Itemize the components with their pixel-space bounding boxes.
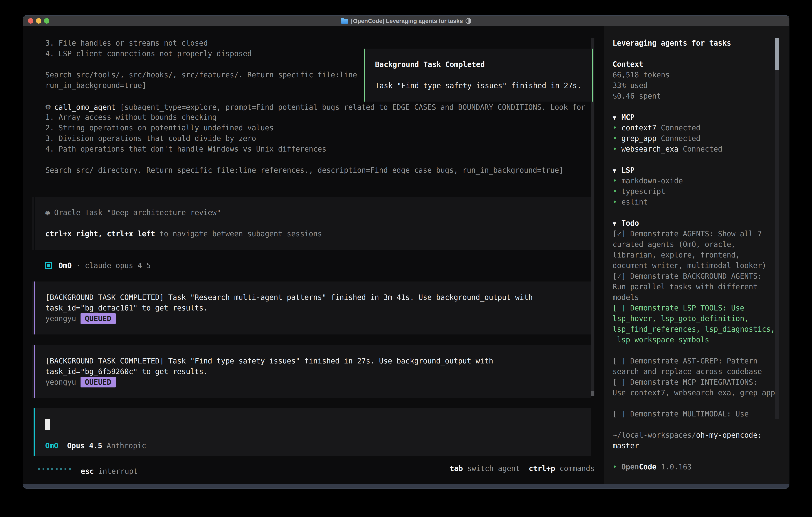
text-segment: grep_app — [617, 134, 657, 143]
text-segment: LSP — [617, 166, 635, 174]
bullet-icon: • — [613, 198, 617, 206]
status-bar-right: tab switch agent ctrl+p commands — [450, 463, 594, 474]
sidebar-row: lsp_hover, lsp_goto_definition, — [613, 313, 749, 324]
text-segment: Code — [639, 463, 657, 471]
text-segment: [✓] Demonstrate BACKGROUND AGENTS: — [613, 272, 762, 280]
text-segment: switch agent — [463, 464, 529, 473]
text-segment: yeongyu — [46, 314, 81, 323]
sidebar-row: [ ] Demonstrate LSP TOOLS: Use — [613, 303, 744, 313]
gear-icon: ⚙ — [46, 101, 54, 112]
text-segment: 1.0.163 — [657, 463, 692, 471]
text-segment: interrupt — [94, 467, 138, 475]
text-segment: · claude-opus-4-5 — [72, 261, 151, 270]
text-segment: to navigate between subagent sessions — [155, 229, 322, 238]
transcript-row: OmO · claude-opus-4-5 — [46, 260, 151, 271]
transcript-row: ctrl+x right, ctrl+x left to navigate be… — [46, 228, 322, 239]
agent-checkbox-icon — [46, 262, 52, 269]
collapse-triangle-icon: ▼ — [613, 165, 617, 176]
sidebar-row: Context — [613, 59, 643, 70]
window-title-group: [OpenCode] Leveraging agents for tasks — [23, 16, 789, 26]
transcript-row: ⚙call_omo_agent [subagent_type=explore, … — [46, 101, 585, 112]
text-segment: curated agents (OmO, oracle, — [613, 240, 735, 249]
sidebar-row: $0.46 spent — [613, 91, 661, 101]
text-segment: lsp_hover, lsp_goto_definition, — [613, 314, 749, 323]
sidebar-scrollbar-track[interactable] — [775, 38, 779, 419]
text-segment: [ ] Demonstrate MULTIMODAL: Use — [613, 410, 749, 418]
text-segment: Oracle Task "Deep architecture review" — [50, 208, 221, 217]
text-segment: 1. Array access without bounds checking — [46, 113, 216, 121]
sidebar-row: models — [613, 292, 639, 303]
transcript-row: 4. LSP client connections not properly d… — [46, 48, 252, 59]
text-segment: ctrl+p — [529, 464, 555, 473]
transcript-row: [BACKGROUND TASK COMPLETED] Task "Resear… — [46, 292, 533, 303]
status-badge: QUEUED — [81, 377, 116, 387]
bullet-icon: • — [613, 176, 617, 185]
text-segment: yeongyu — [46, 378, 81, 386]
text-segment: typescript — [617, 187, 665, 196]
sidebar-row: lsp_workspace_symbols — [613, 334, 709, 345]
chat-pane: 3. File handles or streams not closed4. … — [23, 26, 604, 484]
spinner-dot — [41, 463, 46, 474]
session-busy-icon — [465, 18, 471, 24]
spinner-dot — [59, 463, 63, 474]
prompt-input[interactable]: OmO Opus 4.5 Anthropic — [34, 408, 590, 456]
text-segment: context7 — [617, 124, 657, 132]
sidebar-row: [ ] Demonstrate MULTIMODAL: Use — [613, 409, 749, 419]
text-segment: 4. LSP client connections not properly d… — [46, 49, 252, 58]
text-segment: Todo — [617, 219, 639, 227]
transcript-row: Search src/tools/, src/hooks/, src/featu… — [46, 70, 357, 80]
transcript-row: 4. Path operations that don't handle Win… — [46, 144, 326, 154]
text-segment: task_id="bg_dcfac161" to get results. — [46, 304, 208, 312]
text-segment: [ ] Demonstrate MCP INTEGRATIONS: — [613, 378, 757, 386]
text-segment: Run parallel tasks with different — [613, 282, 757, 291]
bullet-icon: • — [613, 145, 617, 153]
sidebar-row: ▼ MCP — [613, 112, 635, 123]
sidebar-row: • typescript — [613, 186, 665, 197]
text-segment: Connected — [657, 134, 700, 143]
sidebar-row: librarian, explore, frontend, — [613, 250, 740, 260]
spinner-dot — [63, 463, 67, 474]
text-segment: OmO — [45, 441, 58, 450]
text-segment: 33% used — [613, 81, 648, 90]
window-title: [OpenCode] Leveraging agents for tasks — [351, 18, 463, 24]
transcript-row: 3. File handles or streams not closed — [46, 38, 208, 48]
text-segment: Leveraging agents for tasks — [613, 39, 731, 47]
window-titlebar[interactable]: [OpenCode] Leveraging agents for tasks — [23, 16, 789, 26]
message-accent-bar — [34, 197, 35, 250]
transcript-row: Search src/ directory. Return specific f… — [46, 165, 563, 175]
text-segment: MCP — [617, 113, 635, 121]
sidebar-row: • websearch_exa Connected — [613, 144, 722, 154]
text-segment: ctrl+x right, ctrl+x left — [46, 229, 155, 238]
transcript-row: task_id="bg_dcfac161" to get results. — [46, 303, 208, 313]
status-badge: QUEUED — [81, 313, 116, 324]
text-segment: models — [613, 293, 639, 302]
bullet-icon: • — [613, 124, 617, 132]
text-segment: Open — [621, 463, 639, 471]
sidebar-row: Use context7, websearch_exa, grep_app — [613, 387, 775, 398]
sidebar-scrollbar-thumb[interactable] — [775, 38, 779, 70]
text-segment: task_id="bg_6f59260c" to get results. — [46, 367, 208, 376]
text-segment: [ ] Demonstrate AST-GREP: Pattern — [613, 357, 757, 365]
text-segment: Search src/tools/, src/hooks/, src/featu… — [46, 71, 357, 79]
session-sidebar: Leveraging agents for tasksContext66,518… — [604, 26, 789, 484]
text-segment: [subagent_type=explore, prompt=Find pote… — [116, 103, 585, 112]
text-segment: master — [613, 441, 639, 450]
sidebar-row: Leveraging agents for tasks — [613, 38, 731, 48]
text-segment: [BACKGROUND TASK COMPLETED] Task "Find t… — [46, 357, 493, 365]
text-segment: Use context7, websearch_exa, grep_app — [613, 388, 775, 397]
chat-scrollbar-thumb[interactable] — [590, 391, 594, 396]
message-accent-bar — [34, 281, 35, 334]
spinner-dot — [50, 463, 54, 474]
sidebar-row: ▼ LSP — [613, 165, 635, 175]
text-segment: OmO — [54, 261, 72, 270]
text-segment: esc — [72, 467, 94, 475]
input-footer: OmO Opus 4.5 Anthropic — [45, 440, 146, 451]
text-segment: [✓] Demonstrate AGENTS: Show all 7 — [613, 229, 762, 238]
sidebar-row: • context7 Connected — [613, 123, 700, 133]
transcript-row: 1. Array access without bounds checking — [46, 112, 216, 123]
transcript-row: yeongyu QUEUED — [46, 313, 116, 324]
text-segment: websearch_exa — [617, 145, 678, 153]
text-segment: commands — [555, 464, 594, 473]
sidebar-row: • grep_app Connected — [613, 133, 700, 144]
bullet-icon: • — [613, 463, 617, 471]
